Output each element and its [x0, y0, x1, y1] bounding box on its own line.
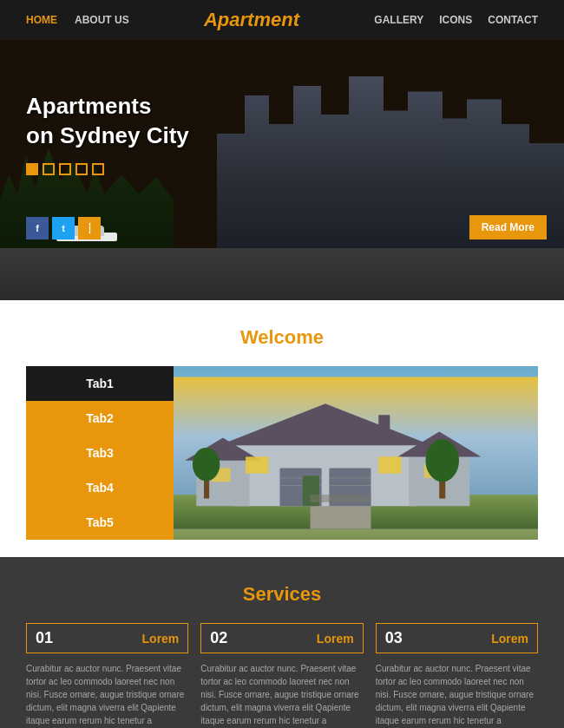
service-label-2: Lorem: [317, 632, 354, 646]
svg-rect-25: [311, 495, 371, 502]
tab-5[interactable]: Tab5: [26, 505, 174, 540]
service-num-3: 03: [385, 629, 403, 647]
services-section: Services 01 Lorem Curabitur ac auctor nu…: [0, 557, 564, 728]
service-header-3: 03 Lorem: [376, 623, 538, 653]
hero-title: Apartments on Sydney City: [26, 92, 189, 151]
svg-point-22: [426, 439, 460, 482]
rss-icon[interactable]: ┆: [78, 217, 101, 239]
hero-section: Apartments on Sydney City f t ┆ Read Mor…: [0, 40, 564, 300]
service-card-3: 03 Lorem Curabitur ac auctor nunc. Praes…: [376, 623, 538, 728]
tabs-content: [174, 366, 538, 540]
nav-right: GALLERY ICONS CONTACT: [374, 14, 538, 26]
svg-rect-16: [246, 456, 268, 473]
service-header-2: 02 Lorem: [200, 623, 363, 653]
nav-about[interactable]: ABOUT US: [75, 14, 129, 26]
service-num-1: 01: [36, 629, 53, 647]
tab-1[interactable]: Tab1: [26, 366, 174, 401]
hero-social: f t ┆: [26, 217, 101, 239]
hero-content: Apartments on Sydney City: [26, 92, 189, 175]
facebook-icon[interactable]: f: [26, 217, 49, 239]
nav-left: HOME ABOUT US: [26, 14, 129, 26]
hero-road: [0, 248, 564, 300]
tab-3[interactable]: Tab3: [26, 436, 174, 470]
service-text-3: Curabitur ac auctor nunc. Praesent vitae…: [376, 662, 538, 728]
hero-dot-1[interactable]: [26, 163, 38, 175]
service-header-1: 01 Lorem: [26, 623, 188, 653]
nav-icons[interactable]: ICONS: [439, 14, 472, 26]
nav-brand: Apartment: [204, 9, 299, 31]
nav-contact[interactable]: CONTACT: [488, 14, 538, 26]
service-card-2: 02 Lorem Curabitur ac auctor nunc. Praes…: [200, 623, 363, 728]
nav-home[interactable]: HOME: [26, 14, 57, 26]
service-text-1: Curabitur ac auctor nunc. Praesent vitae…: [26, 662, 188, 728]
hero-dots: [26, 163, 189, 175]
tab-4[interactable]: Tab4: [26, 470, 174, 505]
welcome-section: Welcome Tab1 Tab2 Tab3 Tab4 Tab5: [0, 300, 564, 557]
readmore-button[interactable]: Read More: [469, 215, 547, 239]
welcome-title: Welcome: [26, 326, 538, 349]
hero-dot-4[interactable]: [75, 163, 88, 175]
tab-2[interactable]: Tab2: [26, 401, 174, 436]
tabs-sidebar: Tab1 Tab2 Tab3 Tab4 Tab5: [26, 366, 174, 540]
service-num-2: 02: [210, 629, 227, 647]
svg-rect-20: [378, 415, 390, 437]
service-label-3: Lorem: [491, 632, 528, 646]
tabs-container: Tab1 Tab2 Tab3 Tab4 Tab5: [26, 366, 538, 540]
service-text-2: Curabitur ac auctor nunc. Praesent vitae…: [200, 662, 363, 728]
navbar: HOME ABOUT US Apartment GALLERY ICONS CO…: [0, 0, 564, 40]
twitter-icon[interactable]: t: [52, 217, 75, 239]
service-card-1: 01 Lorem Curabitur ac auctor nunc. Praes…: [26, 623, 188, 728]
hero-dot-3[interactable]: [59, 163, 71, 175]
services-grid: 01 Lorem Curabitur ac auctor nunc. Praes…: [26, 623, 538, 728]
service-label-1: Lorem: [142, 632, 180, 646]
nav-gallery[interactable]: GALLERY: [374, 14, 423, 26]
hero-dot-2[interactable]: [43, 163, 55, 175]
house-image: [174, 366, 538, 540]
hero-dot-5[interactable]: [92, 163, 104, 175]
svg-rect-17: [378, 456, 401, 473]
svg-point-24: [193, 448, 220, 482]
services-title: Services: [26, 583, 538, 606]
